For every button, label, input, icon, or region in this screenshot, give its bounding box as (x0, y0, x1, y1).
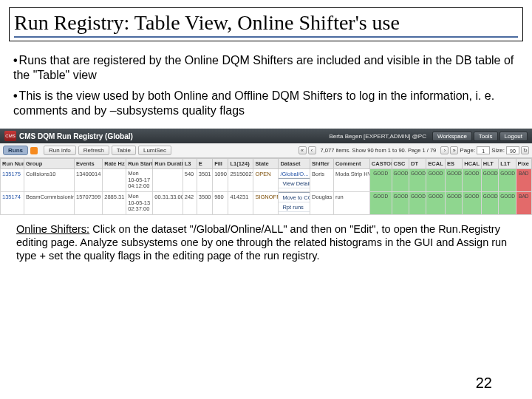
col-hcal[interactable]: HCAL (463, 159, 482, 169)
logout-button[interactable]: Logout (499, 132, 528, 141)
col-e[interactable]: E (197, 159, 212, 169)
status-hlt[interactable]: GOOD (481, 169, 498, 192)
table-row[interactable]: 135174 BeamCommissioning10 15707399 2885… (1, 192, 532, 215)
col-rate[interactable]: Rate Hz (103, 159, 126, 169)
signoff-context-menu[interactable]: Move to COMPLETED Rpt runs Express-All/S… (279, 192, 310, 214)
col-l3[interactable]: L3 (183, 159, 197, 169)
slide-title: Run Registry: Table View, Online Shifter… (14, 11, 518, 38)
user-info: Berta Begen [EXPERT,ADMIN] @PC (329, 133, 426, 140)
cell-dataset[interactable]: /Global/O... View Details Edit Move to S… (279, 169, 310, 192)
col-castor[interactable]: CASTOR (369, 159, 392, 169)
pager-go-icon[interactable]: ↻ (521, 146, 529, 154)
col-es[interactable]: ES (445, 159, 462, 169)
cell-comment: Moda Strip HV ... (333, 169, 369, 192)
status-hcal[interactable]: GOOD (463, 192, 482, 215)
status-dt[interactable]: GOOD (409, 169, 426, 192)
status-l1t[interactable]: GOOD (499, 192, 516, 215)
col-csc[interactable]: CSC (392, 159, 409, 169)
table-button[interactable]: Table (112, 146, 136, 155)
status-csc[interactable]: GOOD (392, 192, 409, 215)
status-l1t[interactable]: GOOD (499, 169, 516, 192)
status-es[interactable]: GOOD (445, 169, 462, 192)
col-dt[interactable]: DT (409, 159, 426, 169)
pager-first-icon[interactable]: « (299, 146, 307, 154)
dataset-context-menu[interactable]: View Details Edit Move to SIGNOFF (279, 178, 310, 191)
status-pixe[interactable]: BAD (516, 169, 531, 192)
col-state[interactable]: State (253, 159, 279, 169)
status-dt[interactable]: GOOD (409, 192, 426, 215)
tools-button[interactable]: Tools (474, 132, 498, 141)
cell-group: Collisions10 (24, 169, 74, 192)
status-castor[interactable]: GOOD (369, 192, 392, 215)
size-input[interactable]: 90 (506, 146, 519, 154)
col-duration[interactable]: Run Duration (153, 159, 183, 169)
rss-icon[interactable] (30, 147, 38, 154)
page-label: Page: (460, 147, 475, 154)
menubar: Runs Run info Refresh Table LumiSec « ‹ … (0, 143, 532, 158)
ctx-view-details[interactable]: View Details (279, 179, 310, 188)
cell-state: SIGNOFF (253, 192, 279, 215)
ctx-move-completed[interactable]: Move to COMPLETED (279, 193, 310, 202)
cell-started: Mon10-05-1302:37:00 (126, 192, 153, 215)
status-hlt[interactable]: GOOD (481, 192, 498, 215)
table-header: Run Number Group Events Rate Hz Run Star… (1, 159, 532, 169)
cell-fill: 980 (213, 192, 228, 215)
cell-duration (153, 169, 183, 192)
status-hcal[interactable]: GOOD (463, 169, 482, 192)
cell-events: 13400014 (74, 169, 102, 192)
cell-duration: 00.31.33.00 (153, 192, 183, 215)
runinfo-button[interactable]: Run info (44, 146, 76, 155)
cell-started: Mon10-05-1704:12:00 (126, 169, 153, 192)
cell-l1: 25150027 (228, 169, 253, 192)
col-dataset[interactable]: Dataset (279, 159, 310, 169)
pager-next-icon[interactable]: › (440, 146, 449, 154)
status-pixe[interactable]: BAD (516, 192, 531, 215)
caption-text: Click on the dataset "/Global/Online/ALL… (16, 223, 507, 262)
caption: Online Shifters: Click on the dataset "/… (0, 215, 532, 262)
tab-runs[interactable]: Runs (3, 146, 28, 155)
cell-state: OPEN (253, 169, 279, 192)
cell-l1: 414231 (228, 192, 253, 215)
workspace-button[interactable]: Workspace (432, 132, 472, 141)
col-events[interactable]: Events (74, 159, 102, 169)
cell-run[interactable]: 135175 (1, 169, 24, 192)
status-es[interactable]: GOOD (445, 192, 462, 215)
col-ecal[interactable]: ECAL (426, 159, 446, 169)
refresh-button[interactable]: Refresh (78, 146, 109, 155)
screenshot-panel: CMS CMS DQM Run Registry (Global) Berta … (0, 129, 532, 215)
col-started[interactable]: Run Started (126, 159, 153, 169)
col-comment[interactable]: Comment (333, 159, 369, 169)
ctx-express-signoff[interactable]: Express-All/Signoff (279, 212, 310, 214)
lumisec-button[interactable]: LumiSec (138, 146, 171, 155)
cms-logo: CMS (4, 131, 16, 141)
col-l1t[interactable]: L1T (499, 159, 516, 169)
status-csc[interactable]: GOOD (392, 169, 409, 192)
pager-last-icon[interactable]: » (450, 146, 458, 154)
col-fill[interactable]: Fill (213, 159, 228, 169)
col-pixe[interactable]: Pixe (516, 159, 531, 169)
col-l1[interactable]: L1(124) (228, 159, 253, 169)
col-group[interactable]: Group (24, 159, 74, 169)
col-run[interactable]: Run Number (1, 159, 24, 169)
status-ecal[interactable]: GOOD (426, 192, 446, 215)
page-number: 22 (476, 375, 492, 392)
status-castor[interactable]: GOOD (369, 169, 392, 192)
cell-dataset[interactable]: /Global/O... Move to COMPLETED Rpt runs … (279, 192, 310, 215)
page-input[interactable]: 1 (477, 146, 490, 154)
status-ecal[interactable]: GOOD (426, 169, 446, 192)
cell-rate (103, 169, 126, 192)
pager-prev-icon[interactable]: ‹ (308, 146, 316, 154)
cell-run[interactable]: 135174 (1, 192, 24, 215)
ctx-rpt-runs[interactable]: Rpt runs (279, 202, 310, 212)
caption-label: Online Shifters: (16, 223, 89, 235)
title-container: Run Registry: Table View, Online Shifter… (9, 7, 523, 41)
col-shifter[interactable]: Shifter (310, 159, 333, 169)
pager-info: 7,077 items. Show 90 from 1 to 90. Page … (321, 147, 437, 154)
cell-e: 3501 (197, 169, 212, 192)
table-row[interactable]: 135175 Collisions10 13400014 Mon10-05-17… (1, 169, 532, 192)
col-hlt[interactable]: HLT (481, 159, 498, 169)
bullet-1: •Runs that are registered by the Online … (13, 53, 519, 83)
cell-e: 3500 (197, 192, 212, 215)
bullet-list: •Runs that are registered by the Online … (0, 47, 532, 129)
app-title: CMS DQM Run Registry (Global) (19, 132, 133, 140)
